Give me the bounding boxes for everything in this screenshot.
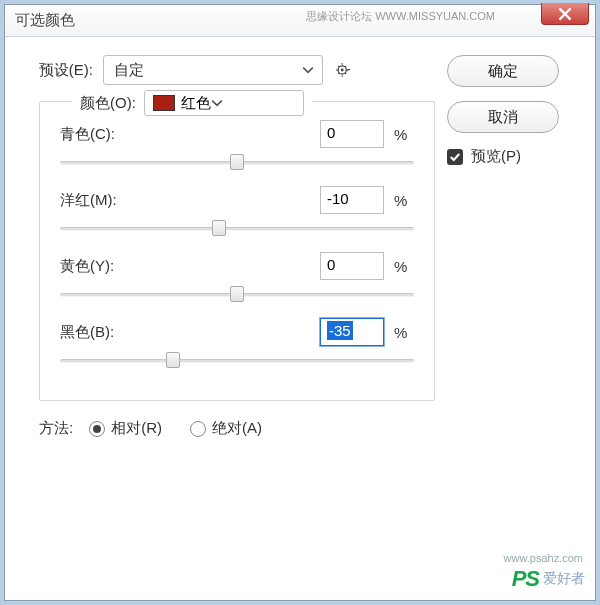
watermark-text: 爱好者 [543, 570, 585, 588]
colors-fieldset: 颜色(O): 红色 青色(C): 0 % [39, 101, 435, 401]
black-label: 黑色(B): [60, 323, 114, 342]
svg-point-1 [341, 69, 344, 72]
ok-button[interactable]: 确定 [447, 55, 559, 87]
slider-thumb[interactable] [230, 154, 244, 170]
watermark-bottom: PS 爱好者 [512, 566, 585, 592]
preset-dropdown[interactable]: 自定 [103, 55, 323, 85]
window-title: 可选颜色 [15, 11, 75, 30]
absolute-label[interactable]: 绝对(A) [212, 419, 262, 438]
radio-relative[interactable] [89, 421, 105, 437]
close-button[interactable] [541, 3, 589, 25]
check-icon [449, 151, 461, 163]
yellow-label: 黄色(Y): [60, 257, 114, 276]
yellow-input[interactable]: 0 [320, 252, 384, 280]
radio-absolute[interactable] [190, 421, 206, 437]
magenta-label: 洋红(M): [60, 191, 117, 210]
cyan-slider[interactable] [60, 154, 414, 172]
preview-label: 预览(P) [471, 147, 521, 166]
colors-label: 颜色(O): [80, 94, 136, 113]
black-input[interactable]: -35 [320, 318, 384, 346]
chevron-down-icon [211, 97, 223, 109]
titlebar: 可选颜色 思缘设计论坛 WWW.MISSYUAN.COM [5, 5, 595, 37]
preview-checkbox[interactable] [447, 149, 463, 165]
close-icon [558, 7, 572, 21]
preset-value: 自定 [114, 61, 144, 80]
watermark-url: www.psahz.com [504, 552, 583, 564]
percent-label: % [394, 192, 414, 209]
cyan-input[interactable]: 0 [320, 120, 384, 148]
percent-label: % [394, 324, 414, 341]
relative-label[interactable]: 相对(R) [111, 419, 162, 438]
preset-label: 预设(E): [33, 61, 103, 80]
yellow-slider[interactable] [60, 286, 414, 304]
slider-thumb[interactable] [212, 220, 226, 236]
colors-dropdown[interactable]: 红色 [144, 90, 304, 116]
slider-thumb[interactable] [166, 352, 180, 368]
magenta-slider[interactable] [60, 220, 414, 238]
slider-yellow: 黄色(Y): 0 % [60, 252, 414, 304]
colors-value: 红色 [181, 94, 211, 113]
percent-label: % [394, 258, 414, 275]
slider-black: 黑色(B): -35 % [60, 318, 414, 370]
watermark-ps: PS [512, 566, 539, 592]
color-swatch [153, 95, 175, 111]
cyan-label: 青色(C): [60, 125, 115, 144]
slider-magenta: 洋红(M): -10 % [60, 186, 414, 238]
watermark-top: 思缘设计论坛 WWW.MISSYUAN.COM [306, 9, 495, 24]
chevron-down-icon [302, 64, 314, 76]
slider-cyan: 青色(C): 0 % [60, 120, 414, 172]
method-label: 方法: [39, 419, 73, 438]
selective-color-dialog: 可选颜色 思缘设计论坛 WWW.MISSYUAN.COM 预设(E): 自定 颜… [4, 4, 596, 601]
magenta-input[interactable]: -10 [320, 186, 384, 214]
black-slider[interactable] [60, 352, 414, 370]
percent-label: % [394, 126, 414, 143]
preset-menu-button[interactable] [333, 59, 355, 81]
method-row: 方法: 相对(R) 绝对(A) [39, 419, 435, 438]
slider-thumb[interactable] [230, 286, 244, 302]
gear-icon [335, 61, 353, 79]
cancel-button[interactable]: 取消 [447, 101, 559, 133]
